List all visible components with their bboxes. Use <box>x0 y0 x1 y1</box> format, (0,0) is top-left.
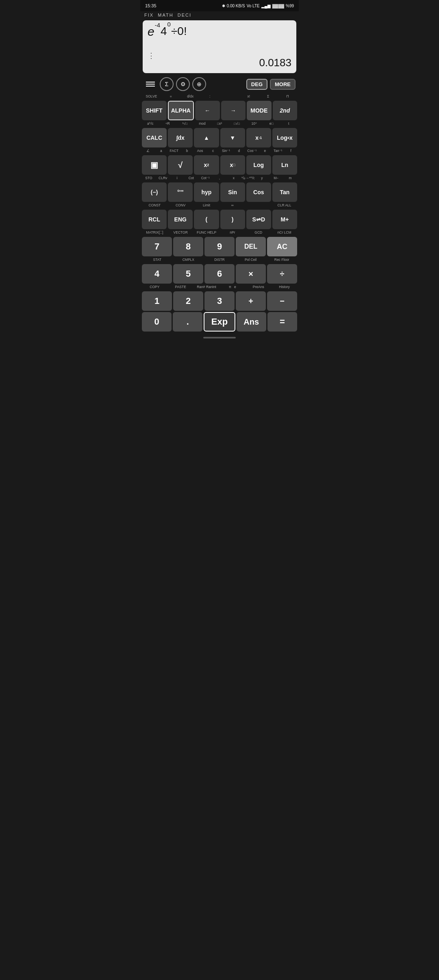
sub-npr: nPr <box>220 230 245 236</box>
sub-t: t <box>281 121 297 127</box>
sub-ddx: d/dx <box>181 94 200 100</box>
operator-divide: ÷0! <box>171 24 187 38</box>
sub-func: FUNC HELP <box>194 230 219 236</box>
sub-acos: Aos <box>194 149 206 154</box>
sub-mod: mod <box>194 121 211 127</box>
integral-button[interactable]: ∫dx <box>168 128 193 147</box>
plus-button[interactable]: + <box>236 291 266 311</box>
minus-button[interactable]: − <box>267 291 297 311</box>
down-button[interactable]: ▼ <box>220 128 245 147</box>
seven-button[interactable]: 7 <box>142 237 172 256</box>
expression-display: e -4 4 0 ÷0! <box>148 24 291 39</box>
xpow-button[interactable]: x□ <box>220 155 245 175</box>
status-bar: 15:35 ✱ 0.00 KB/S Vo LTE ▂▄▆ ▓▓▓▓ %99 <box>140 0 299 11</box>
gear-icon: ⚙ <box>180 81 186 87</box>
sub-d: d <box>233 149 245 154</box>
five-button[interactable]: 5 <box>173 264 203 284</box>
sub-nthroot: □√□ <box>229 121 245 127</box>
frac-button[interactable]: ▣ <box>142 155 167 175</box>
sub-arccot: Cot⁻¹ <box>199 176 212 182</box>
rcl-button[interactable]: RCL <box>142 210 167 229</box>
std-button[interactable]: S⇌D <box>246 210 271 229</box>
alpha-button[interactable]: ALPHA <box>168 101 194 120</box>
exp-button[interactable]: Exp <box>204 312 235 332</box>
ans-button[interactable]: Ans <box>237 312 266 332</box>
sub-eq: = <box>162 94 180 100</box>
sub-sigma: Σ <box>259 94 277 100</box>
right-arrow-button[interactable]: → <box>221 101 246 120</box>
sub-solve: SOLVE <box>142 94 161 100</box>
data-speed: 0.00 KB/S <box>227 4 245 8</box>
settings-button[interactable]: ⚙ <box>176 77 190 91</box>
logax-button[interactable]: Logax <box>272 128 297 147</box>
six-button[interactable]: 6 <box>204 264 235 284</box>
sigma-button[interactable]: Σ <box>160 77 174 91</box>
sub-empty1 <box>220 94 239 100</box>
button-row-1: SHIFT ALPHA ← → MODE 2nd <box>142 101 297 120</box>
sqrt-button[interactable]: √ <box>168 155 193 175</box>
dms-button[interactable]: °'" <box>168 182 193 202</box>
mode-button[interactable]: MODE <box>247 101 272 120</box>
xinv-button[interactable]: x-1 <box>246 128 271 147</box>
dots-menu[interactable]: ⋮ <box>148 54 155 58</box>
sin-button[interactable]: Sin <box>220 182 245 202</box>
bottom-nav-indicator <box>203 337 236 338</box>
eight-button[interactable]: 8 <box>173 237 203 256</box>
tan-button[interactable]: Tan <box>272 182 297 202</box>
eng-button[interactable]: ENG <box>168 210 193 229</box>
sublabel-row-2: aᵇ/c ÷R ³√□ mod □x³ □√□ 10ˣ e□ t <box>142 121 297 127</box>
up-button[interactable]: ▲ <box>194 128 219 147</box>
sub-pol: Pol Ceil <box>236 258 266 263</box>
dot-button[interactable]: . <box>173 312 202 332</box>
mplus-button[interactable]: M+ <box>272 210 297 229</box>
more-button[interactable]: MORE <box>270 79 296 90</box>
rparen-button[interactable]: ) <box>220 210 245 229</box>
nine-button[interactable]: 9 <box>204 237 235 256</box>
left-arrow-button[interactable]: ← <box>195 101 220 120</box>
sub-paste: PASTE <box>168 285 193 291</box>
sub-ncr: nCr LCM <box>272 230 297 236</box>
zero-button[interactable]: 0 <box>142 312 172 332</box>
equals-button[interactable]: = <box>267 312 297 332</box>
sublabel-row-4: STO CLRv i Cot Cot⁻¹ , x ᵃ/ᵦ→ᵃᵇ/c y M− m <box>142 176 297 182</box>
lparen-button[interactable]: ( <box>194 210 219 229</box>
ac-button[interactable]: AC <box>267 237 297 256</box>
deg-button[interactable]: DEG <box>246 79 267 90</box>
divide-button[interactable]: ÷ <box>267 264 297 284</box>
sub-divr: ÷R <box>160 121 176 127</box>
button-row-6: 7 8 9 DEL AC <box>142 237 297 256</box>
menu-icon[interactable] <box>143 77 157 91</box>
times-button[interactable]: × <box>236 264 266 284</box>
neg-button[interactable]: (−) <box>142 182 167 202</box>
sub-cbrt: ³√□ <box>177 121 193 127</box>
sub-x: x <box>227 176 240 182</box>
second-button[interactable]: 2nd <box>273 101 298 120</box>
sub-angle: ∠ <box>142 149 154 154</box>
sub-10x: 10ˣ <box>246 121 262 127</box>
fix-label: FIX MATH DECI <box>144 13 191 17</box>
hyp-button[interactable]: hyp <box>194 182 219 202</box>
plusminus-button[interactable]: ⊕ <box>192 77 206 91</box>
xsq-button[interactable]: x2 <box>194 155 219 175</box>
one-button[interactable]: 1 <box>142 291 172 311</box>
ln-button[interactable]: Ln <box>272 155 297 175</box>
result-display: 0.0183 <box>259 56 291 69</box>
sub-empty2 <box>246 203 271 209</box>
log-button[interactable]: Log <box>246 155 271 175</box>
three-button[interactable]: 3 <box>204 291 235 311</box>
toolbar: Σ ⚙ ⊕ DEG MORE <box>140 75 299 93</box>
coeff: 4 <box>161 24 167 38</box>
signal-icon: ▂▄▆ <box>261 4 271 8</box>
sub-ran: Ran# RanInt <box>194 285 219 291</box>
sub-y: y <box>256 176 269 182</box>
sub-b: b <box>181 149 193 154</box>
cos-button[interactable]: Cos <box>246 182 271 202</box>
two-button[interactable]: 2 <box>173 291 203 311</box>
sublabel-row-7: STAT CMPLX DISTR Pol Ceil Rec Floor <box>142 258 297 263</box>
sublabel-row-6: MATRIX[⁚⁚] VECTOR FUNC HELP nPr GCD nCr … <box>142 230 297 236</box>
four-button[interactable]: 4 <box>142 264 172 284</box>
shift-button[interactable]: SHIFT <box>142 101 167 120</box>
button-row-4: (−) °'" hyp Sin Cos Tan <box>142 182 297 202</box>
calc-button[interactable]: CALC <box>142 128 167 147</box>
del-button[interactable]: DEL <box>236 237 266 256</box>
